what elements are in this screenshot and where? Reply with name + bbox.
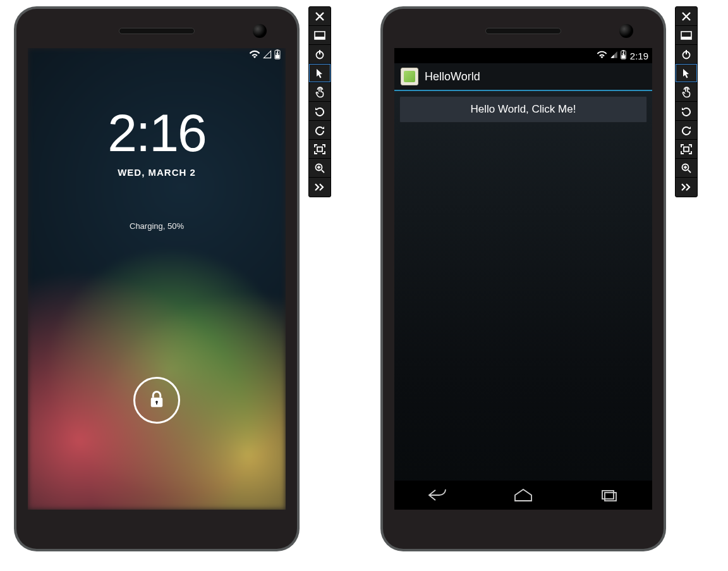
svg-rect-19 xyxy=(684,147,689,151)
rotate-cw-button[interactable] xyxy=(309,121,331,140)
wifi-icon xyxy=(249,50,260,59)
status-bar: 2:19 xyxy=(394,48,652,63)
fit-screen-button[interactable] xyxy=(309,140,331,159)
svg-rect-9 xyxy=(317,147,322,151)
device-screen[interactable]: 2:16 WED, MARCH 2 Charging, 50% xyxy=(28,48,286,510)
rotate-cw-button[interactable] xyxy=(676,121,697,140)
lock-date: WED, MARCH 2 xyxy=(28,167,286,178)
lock-time: 2:16 xyxy=(28,106,286,159)
hello-world-button[interactable]: Hello World, Click Me! xyxy=(399,96,647,123)
action-bar: HelloWorld xyxy=(394,63,652,91)
app-screen: 2:19 HelloWorld Hello World, Click Me! xyxy=(394,48,652,510)
lock-clock: 2:16 WED, MARCH 2 xyxy=(28,106,286,178)
device-screen[interactable]: 2:19 HelloWorld Hello World, Click Me! xyxy=(394,48,652,510)
lock-icon xyxy=(148,390,166,411)
power-button[interactable] xyxy=(309,45,331,64)
navigation-bar xyxy=(394,481,652,510)
lock-screen[interactable]: 2:16 WED, MARCH 2 Charging, 50% xyxy=(28,48,286,510)
close-button[interactable] xyxy=(309,7,331,26)
earpiece xyxy=(119,28,195,34)
app-title: HelloWorld xyxy=(425,70,480,83)
device-body: 2:16 WED, MARCH 2 Charging, 50% xyxy=(16,9,297,549)
battery-charging-icon xyxy=(621,50,626,61)
touch-mode-button[interactable] xyxy=(309,83,331,102)
status-time: 2:19 xyxy=(630,51,648,61)
svg-rect-1 xyxy=(276,49,278,51)
app-body: Hello World, Click Me! xyxy=(394,91,652,481)
charging-status: Charging, 50% xyxy=(28,221,286,231)
nav-recent-button[interactable] xyxy=(584,482,634,508)
svg-rect-17 xyxy=(681,37,691,39)
pointer-mode-button[interactable] xyxy=(676,64,697,83)
status-bar xyxy=(249,49,281,59)
svg-rect-15 xyxy=(605,493,616,501)
emulator-toolbar-right xyxy=(675,6,698,197)
front-camera xyxy=(253,24,267,38)
zoom-in-button[interactable] xyxy=(676,159,697,178)
power-button[interactable] xyxy=(676,45,697,64)
minimize-button[interactable] xyxy=(309,26,331,45)
rotate-ccw-button[interactable] xyxy=(309,102,331,121)
pointer-mode-button[interactable] xyxy=(309,64,331,83)
svg-rect-14 xyxy=(602,491,614,499)
nav-home-button[interactable] xyxy=(498,482,549,508)
battery-charging-icon xyxy=(274,49,281,59)
svg-rect-5 xyxy=(156,402,157,404)
signal-icon xyxy=(263,50,272,59)
front-camera xyxy=(619,24,633,38)
more-button[interactable] xyxy=(309,178,331,197)
earpiece xyxy=(485,28,561,34)
close-button[interactable] xyxy=(676,7,697,26)
svg-rect-7 xyxy=(315,37,325,39)
unlock-ring[interactable] xyxy=(133,377,180,424)
fit-screen-button[interactable] xyxy=(676,140,697,159)
rotate-ccw-button[interactable] xyxy=(676,102,697,121)
device-body: 2:19 HelloWorld Hello World, Click Me! xyxy=(383,9,664,549)
zoom-in-button[interactable] xyxy=(309,159,331,178)
svg-rect-12 xyxy=(622,50,624,51)
signal-icon xyxy=(610,51,618,61)
wifi-icon xyxy=(597,51,607,61)
more-button[interactable] xyxy=(676,178,697,197)
emulator-device-app: 2:19 HelloWorld Hello World, Click Me! xyxy=(380,6,666,551)
nav-back-button[interactable] xyxy=(412,482,463,508)
emulator-toolbar-left xyxy=(308,6,331,197)
touch-mode-button[interactable] xyxy=(676,83,697,102)
minimize-button[interactable] xyxy=(676,26,697,45)
app-launcher-icon[interactable] xyxy=(401,68,418,85)
emulator-device-lockscreen: 2:16 WED, MARCH 2 Charging, 50% xyxy=(14,6,300,551)
